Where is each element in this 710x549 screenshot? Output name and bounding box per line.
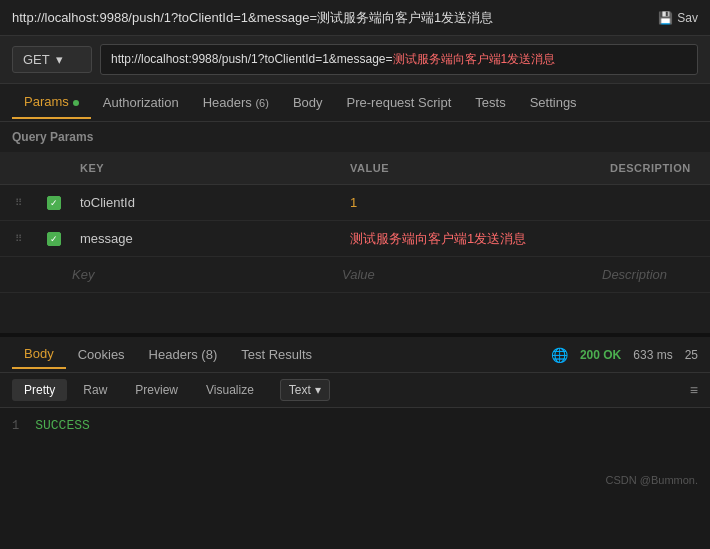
row1-value[interactable]: 1 [342,189,602,216]
params-table-header: KEY VALUE DESCRIPTION [0,152,710,185]
text-format-select[interactable]: Text ▾ [280,379,330,401]
response-tabs: Body Cookies Headers (8) Test Results [12,340,324,369]
response-line: 1 SUCCESS [12,418,698,433]
tab-settings[interactable]: Settings [518,87,589,118]
status-code: 200 OK [580,348,621,362]
response-tabs-row: Body Cookies Headers (8) Test Results 🌐 … [0,337,710,373]
text-format-label: Text [289,383,311,397]
drag-col-header [0,158,36,178]
url-prefix: http://localhost:9988/push/1?toClientId=… [111,52,393,66]
url-bar: GET ▾ http://localhost:9988/push/1?toCli… [0,36,710,84]
format-tab-visualize[interactable]: Visualize [194,379,266,401]
url-input[interactable]: http://localhost:9988/push/1?toClientId=… [100,44,698,75]
drag-handle[interactable]: ⠿ [0,233,36,244]
placeholder-key[interactable]: Key [72,267,342,282]
chevron-down-icon: ▾ [56,52,63,67]
request-tabs: Params Authorization Headers (6) Body Pr… [0,84,710,122]
lines-icon: ≡ [690,382,698,398]
params-table: KEY VALUE DESCRIPTION ⠿ toClientId 1 ⠿ m… [0,152,710,293]
row1-desc [602,197,710,209]
drag-handle[interactable]: ⠿ [0,197,36,208]
line-number: 1 [12,419,19,433]
row2-value[interactable]: 测试服务端向客户端1发送消息 [342,224,602,254]
wrap-icon[interactable]: ≡ [690,382,698,398]
bottom-section: Body Cookies Headers (8) Test Results 🌐 … [0,337,710,468]
empty-space [0,293,710,333]
checkbox-cell[interactable] [36,232,72,246]
save-button[interactable]: 💾 Sav [658,11,698,25]
check-col-header [36,158,72,178]
row1-checkbox[interactable] [47,196,61,210]
footer: CSDN @Bummon. [0,468,710,492]
row2-desc [602,233,710,245]
tab-body[interactable]: Body [281,87,335,118]
checkbox-cell[interactable] [36,196,72,210]
table-row: ⠿ toClientId 1 [0,185,710,221]
status-time: 633 ms [633,348,672,362]
params-dot [73,100,79,106]
tab-response-cookies[interactable]: Cookies [66,341,137,368]
response-content: SUCCESS [35,418,90,433]
table-row: ⠿ message 测试服务端向客户端1发送消息 [0,221,710,257]
format-tab-pretty[interactable]: Pretty [12,379,67,401]
placeholder-value[interactable]: Value [342,267,602,282]
response-body: 1 SUCCESS [0,408,710,468]
url-chinese-part: 测试服务端向客户端1发送消息 [393,52,556,66]
format-tabs-row: Pretty Raw Preview Visualize Text ▾ ≡ [0,373,710,408]
tab-authorization[interactable]: Authorization [91,87,191,118]
globe-icon: 🌐 [551,347,568,363]
tab-headers[interactable]: Headers (6) [191,87,281,118]
tab-response-body[interactable]: Body [12,340,66,369]
title-bar-url: http://localhost:9988/push/1?toClientId=… [12,9,493,27]
placeholder-desc: Description [602,267,710,282]
row2-checkbox[interactable] [47,232,61,246]
tab-response-headers[interactable]: Headers (8) [137,341,230,368]
response-status: 🌐 200 OK 633 ms 25 [551,347,698,363]
row1-key[interactable]: toClientId [72,189,342,216]
chevron-down-icon: ▾ [315,383,321,397]
title-bar: http://localhost:9988/push/1?toClientId=… [0,0,710,36]
status-size: 25 [685,348,698,362]
row2-key[interactable]: message [72,225,342,252]
placeholder-row: Key Value Description [0,257,710,293]
method-select[interactable]: GET ▾ [12,46,92,73]
value-col-header: VALUE [342,158,602,178]
desc-col-header: DESCRIPTION [602,158,710,178]
tab-tests[interactable]: Tests [463,87,517,118]
footer-text: CSDN @Bummon. [606,474,698,486]
key-col-header: KEY [72,158,342,178]
tab-pre-request[interactable]: Pre-request Script [335,87,464,118]
format-tab-raw[interactable]: Raw [71,379,119,401]
tab-params[interactable]: Params [12,86,91,119]
method-label: GET [23,52,50,67]
format-tab-preview[interactable]: Preview [123,379,190,401]
query-params-label: Query Params [0,122,710,152]
tab-test-results[interactable]: Test Results [229,341,324,368]
